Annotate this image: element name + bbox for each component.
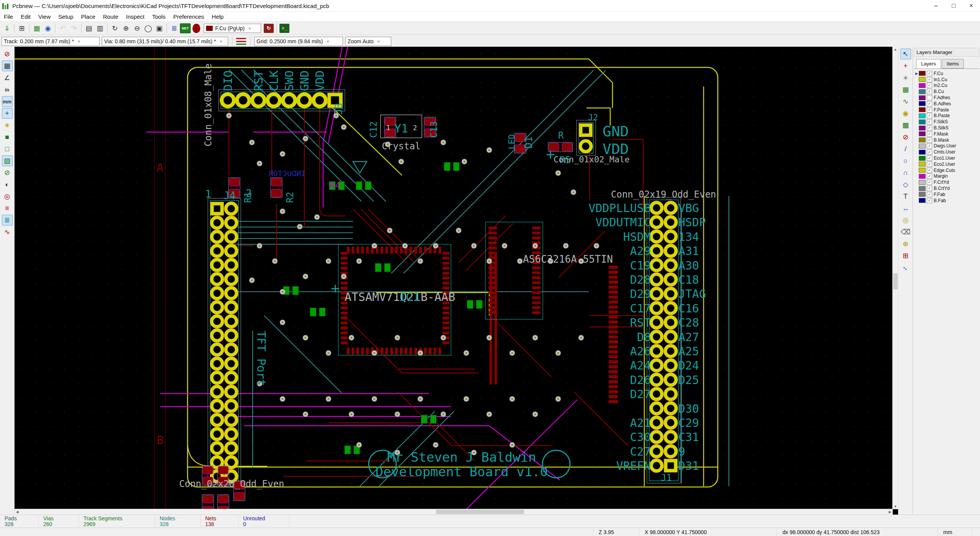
layer-color-swatch[interactable] [919,77,926,82]
add-keepout-icon[interactable]: ⊘ [900,132,911,142]
add-graphic-circle-icon[interactable]: ○ [900,155,911,166]
layer-color-swatch[interactable] [919,174,926,179]
add-graphic-arc-icon[interactable]: ∩ [900,167,911,178]
footprint-editor-button[interactable]: ▦ [31,23,42,34]
close-button[interactable]: × [962,0,980,11]
menu-view[interactable]: View [34,13,54,20]
via-size-select[interactable]: Via: 0.80 mm (31.5 mils)/ 0.40 mm (15.7 … [102,37,228,46]
microwave-toolbar-icon[interactable]: ∿ [2,227,13,237]
layer-color-swatch[interactable] [919,95,926,100]
layer-visibility-checkbox[interactable]: ✓ [927,162,932,167]
auto-track-width-icon[interactable] [236,37,246,46]
layer-visibility-checkbox[interactable]: ✓ [927,113,932,118]
add-graphic-line-icon[interactable]: / [900,144,911,154]
layer-visibility-checkbox[interactable] [927,95,932,100]
layer-row-f.silks[interactable]: ✓F.SilkS [914,119,979,125]
layer-row-b.silks[interactable]: ✓B.SilkS [914,125,979,131]
layer-visibility-checkbox[interactable]: ✓ [927,186,932,191]
layer-color-swatch[interactable] [919,107,926,112]
layer-visibility-checkbox[interactable]: ✓ [927,77,932,82]
scroll-right-icon[interactable]: ▶ [887,509,893,515]
layer-color-swatch[interactable] [919,168,926,173]
tab-layers[interactable]: Layers [916,59,941,69]
layer-visibility-checkbox[interactable]: ✓ [927,180,932,185]
layer-color-swatch[interactable] [919,137,926,142]
layer-color-swatch[interactable] [919,186,926,191]
maximize-button[interactable]: □ [945,0,962,11]
scripting-console-button[interactable]: >_ [279,24,289,33]
add-zone-icon[interactable]: ▩ [900,120,911,131]
redo-button[interactable]: ↷ [69,23,79,34]
pcb-canvas[interactable]: VDDPLLUSBVBGVDDUTMICHSDPHSDM134A29A31C19… [15,47,898,515]
route-tracks-icon[interactable]: ∿ [900,96,911,107]
track-width-select[interactable]: Track: 0.200 mm (7.87 mils) * ˅ [2,37,100,46]
layer-color-swatch[interactable] [919,180,926,185]
plot-button[interactable]: ▥ [95,23,105,34]
add-text-icon[interactable]: T [900,191,911,202]
units-mm-icon[interactable]: mm [2,96,13,107]
menu-route[interactable]: Route [99,13,122,20]
menu-setup[interactable]: Setup [54,13,77,20]
scroll-down-icon[interactable]: ▼ [893,504,898,509]
layer-color-swatch[interactable] [919,101,926,106]
layer-row-b.paste[interactable]: ✓B.Paste [914,113,979,119]
resize-grip[interactable] [972,528,980,536]
add-target-icon[interactable]: ◎ [900,215,911,226]
layer-visibility-checkbox[interactable]: ✓ [927,149,932,155]
layer-visibility-checkbox[interactable]: ✓ [927,89,932,94]
print-button[interactable]: ▤ [83,23,94,34]
layer-color-swatch[interactable] [919,113,926,118]
zoom-selection-button[interactable]: ▣ [154,23,165,34]
minimize-button[interactable]: – [927,0,945,11]
layer-row-b.adhes[interactable]: ✓B.Adhes [914,101,979,107]
grid-visibility-icon[interactable]: ▦ [2,60,13,71]
layer-visibility-checkbox[interactable]: ✓ [927,143,932,149]
refresh-button[interactable]: ↻ [109,23,120,34]
zone-unfilled-icon[interactable]: □ [2,144,13,154]
layer-row-edge.cuts[interactable]: ✓Edge.Cuts [914,167,979,173]
layer-visibility-checkbox[interactable]: ✓ [927,131,932,137]
layer-row-f.cu[interactable]: ▶✓F.Cu [914,70,979,77]
layer-visibility-checkbox[interactable]: ✓ [927,198,932,203]
layer-row-f.crtyd[interactable]: ✓F.CrtYd [914,179,979,185]
layer-color-swatch[interactable] [919,150,926,155]
ratsnest-icon[interactable]: ∗ [2,120,13,131]
layer-row-b.crtyd[interactable]: ✓B.CrtYd [914,185,979,191]
layer-row-b.mask[interactable]: ✓B.Mask [914,137,979,143]
layer-row-b.cu[interactable]: ✓B.Cu [914,88,979,95]
select-tool-icon[interactable]: ↖ [900,49,911,59]
add-footprint-icon[interactable]: ▦ [900,84,911,95]
layer-visibility-checkbox[interactable]: ✓ [927,192,932,197]
menu-place[interactable]: Place [77,13,99,20]
net-inspector-button[interactable]: ≣ [169,23,180,34]
layer-row-dwgs.user[interactable]: ✓Dwgs.User [914,143,979,149]
layer-visibility-checkbox[interactable]: ✓ [927,155,932,161]
layer-row-in2.cu[interactable]: ✓In2.Cu [914,83,979,89]
zone-hide-icon[interactable]: ⊘ [2,167,13,178]
drc-off-icon[interactable]: ⊘ [2,49,13,59]
layer-color-swatch[interactable] [919,71,926,76]
drc-button[interactable] [191,23,202,34]
layer-row-margin[interactable]: ✓Margin [914,173,979,180]
zoom-fit-button[interactable]: ◯ [143,23,154,34]
layer-visibility-checkbox[interactable]: ✓ [927,71,932,76]
layer-color-swatch[interactable] [919,131,926,136]
menu-preferences[interactable]: Preferences [169,13,208,20]
layer-color-swatch[interactable] [919,192,926,197]
add-via-icon[interactable]: ◉ [900,108,911,119]
update-pcb-button[interactable]: ↻ [264,24,274,33]
units-inches-icon[interactable]: in [2,84,13,95]
zoom-in-button[interactable]: ⊕ [121,23,131,34]
tab-items[interactable]: Items [942,59,964,69]
zone-filled-icon[interactable]: ■ [2,132,13,142]
measure-icon[interactable]: ↔ [900,262,911,273]
menu-inspect[interactable]: Inspect [122,13,148,20]
layer-row-in1.cu[interactable]: ✓In1.Cu [914,77,979,83]
layer-color-swatch[interactable] [919,198,926,203]
layer-color-swatch[interactable] [919,162,926,167]
layer-row-cmts.user[interactable]: ✓Cmts.User [914,149,979,155]
local-ratsnest-icon[interactable]: ∗ [900,72,911,83]
add-graphic-polygon-icon[interactable]: ◇ [900,179,911,190]
layer-visibility-checkbox[interactable]: ✓ [927,101,932,106]
layer-color-swatch[interactable] [919,144,926,149]
